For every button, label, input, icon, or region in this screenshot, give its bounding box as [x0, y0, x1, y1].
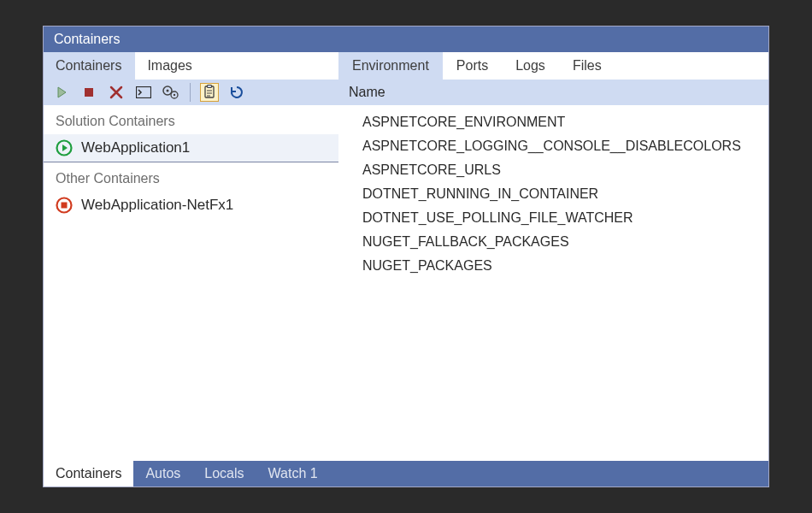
section-other-header: Other Containers: [44, 162, 338, 192]
bottom-tab-watch1[interactable]: Watch 1: [256, 461, 330, 486]
close-icon: [109, 86, 123, 99]
right-pane: Environment Ports Logs Files Name ASPNET…: [338, 52, 768, 461]
remove-button[interactable]: [107, 83, 126, 102]
svg-point-3: [167, 90, 169, 92]
container-item-webapplication-netfx1[interactable]: WebApplication-NetFx1: [44, 192, 338, 219]
toolbar-separator: [190, 83, 191, 102]
svg-rect-1: [137, 87, 151, 98]
container-name: WebApplication-NetFx1: [81, 197, 233, 214]
window-body: Containers Images: [44, 52, 768, 461]
clipboard-icon: [202, 85, 217, 100]
start-button[interactable]: [52, 83, 71, 102]
terminal-icon: [136, 86, 151, 98]
env-var-row[interactable]: DOTNET_RUNNING_IN_CONTAINER: [338, 182, 768, 206]
svg-point-5: [174, 94, 175, 96]
bottom-tab-containers[interactable]: Containers: [44, 461, 133, 486]
env-list: ASPNETCORE_ENVIRONMENT ASPNETCORE_LOGGIN…: [338, 105, 768, 461]
svg-rect-10: [62, 203, 68, 209]
refresh-button[interactable]: [227, 83, 246, 102]
stop-icon: [83, 86, 95, 98]
bottom-tabstrip: Containers Autos Locals Watch 1: [44, 461, 768, 486]
tab-files[interactable]: Files: [559, 52, 615, 80]
running-icon: [56, 139, 73, 156]
stopped-icon: [56, 197, 73, 214]
env-var-row[interactable]: ASPNETCORE_LOGGING__CONSOLE__DISABLECOLO…: [338, 134, 768, 158]
settings-button[interactable]: [162, 83, 180, 102]
svg-rect-0: [85, 88, 93, 97]
window-title: Containers: [54, 32, 120, 46]
env-var-row[interactable]: NUGET_FALLBACK_PACKAGES: [338, 230, 768, 254]
clipboard-button[interactable]: [200, 83, 219, 102]
containers-tool-window: Containers Containers Images: [43, 26, 769, 487]
left-tabstrip: Containers Images: [44, 52, 338, 80]
right-tabstrip: Environment Ports Logs Files: [338, 52, 768, 80]
gear-icon: [162, 86, 179, 99]
env-var-row[interactable]: NUGET_PACKAGES: [338, 254, 768, 278]
bottom-tab-autos[interactable]: Autos: [133, 461, 192, 486]
column-header-name[interactable]: Name: [338, 80, 768, 105]
tab-containers[interactable]: Containers: [44, 52, 135, 80]
stop-button[interactable]: [79, 83, 98, 102]
container-item-webapplication1[interactable]: WebApplication1: [44, 134, 338, 162]
terminal-button[interactable]: [134, 83, 153, 102]
tab-logs[interactable]: Logs: [502, 52, 559, 80]
left-pane: Containers Images: [44, 52, 338, 461]
toolbar: [44, 80, 338, 105]
tab-environment[interactable]: Environment: [338, 52, 443, 80]
env-var-row[interactable]: ASPNETCORE_ENVIRONMENT: [338, 110, 768, 134]
env-var-row[interactable]: DOTNET_USE_POLLING_FILE_WATCHER: [338, 206, 768, 230]
refresh-icon: [229, 85, 244, 100]
bottom-tab-locals[interactable]: Locals: [192, 461, 256, 486]
env-var-row[interactable]: ASPNETCORE_URLS: [338, 158, 768, 182]
section-solution-header: Solution Containers: [44, 105, 338, 134]
svg-rect-7: [208, 86, 212, 88]
tab-ports[interactable]: Ports: [443, 52, 502, 80]
titlebar[interactable]: Containers: [44, 27, 768, 52]
tab-images[interactable]: Images: [135, 52, 205, 80]
container-name: WebApplication1: [81, 139, 190, 156]
play-icon: [56, 86, 68, 98]
